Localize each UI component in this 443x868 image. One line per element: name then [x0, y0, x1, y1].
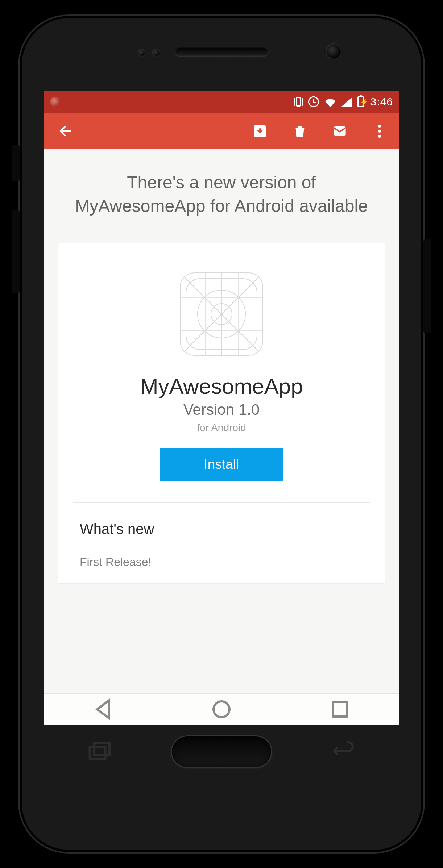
delete-button[interactable] [287, 118, 312, 144]
status-bar: ⚡ 3:46 [44, 91, 399, 113]
power-button [423, 239, 431, 333]
app-platform: for Android [80, 422, 363, 434]
wifi-icon [324, 97, 336, 107]
release-notes: First Release! [80, 555, 363, 569]
release-card: MyAwesomeApp Version 1.0 for Android Ins… [58, 243, 385, 583]
recording-dot-icon [50, 97, 60, 107]
email-content[interactable]: There's a new version of MyAwesomeApp fo… [44, 149, 399, 693]
install-button[interactable]: Install [160, 448, 283, 481]
svg-rect-3 [333, 702, 347, 717]
sensor-dot-icon [152, 49, 160, 57]
vibrate-icon [294, 97, 303, 107]
alarm-icon [308, 96, 319, 107]
arrow-left-icon [58, 124, 73, 139]
earpiece [174, 47, 269, 57]
nav-recents-button[interactable] [326, 698, 355, 720]
back-button[interactable] [53, 118, 78, 144]
navigation-bar [44, 693, 399, 725]
divider [73, 502, 370, 503]
cellular-signal-icon [341, 97, 352, 107]
hardware-buttons [18, 735, 425, 768]
nav-recents-icon [326, 695, 355, 724]
app-bar [44, 113, 399, 149]
trash-icon [292, 124, 307, 139]
svg-rect-5 [94, 743, 109, 755]
whats-new-title: What's new [80, 521, 363, 537]
stage: ⚡ 3:46 [0, 0, 443, 868]
sensor-dot-icon [138, 49, 146, 57]
app-version: Version 1.0 [80, 401, 363, 418]
side-button [12, 145, 20, 181]
svg-point-2 [214, 701, 229, 717]
app-name: MyAwesomeApp [80, 374, 363, 399]
more-vert-icon [378, 125, 381, 138]
home-button[interactable] [171, 735, 272, 768]
archive-icon [252, 124, 268, 139]
status-clock: 3:46 [370, 96, 393, 108]
volume-rocker [12, 210, 20, 293]
phone-frame: ⚡ 3:46 [18, 14, 425, 854]
battery-charging-icon: ⚡ [357, 96, 364, 107]
nav-back-icon [88, 695, 117, 724]
overflow-menu-button[interactable] [367, 118, 392, 144]
capacitive-recents-icon [87, 740, 113, 763]
screen: ⚡ 3:46 [44, 91, 399, 725]
nav-back-button[interactable] [88, 698, 117, 720]
capacitive-back-icon [330, 740, 356, 763]
app-icon-placeholder-icon [180, 272, 263, 356]
front-camera-icon [326, 43, 341, 59]
archive-button[interactable] [247, 118, 273, 144]
nav-home-icon [207, 695, 236, 724]
mail-icon [332, 124, 347, 139]
mark-unread-button[interactable] [327, 118, 352, 144]
email-subject: There's a new version of MyAwesomeApp fo… [44, 149, 399, 243]
svg-rect-4 [90, 747, 105, 759]
nav-home-button[interactable] [207, 698, 236, 720]
